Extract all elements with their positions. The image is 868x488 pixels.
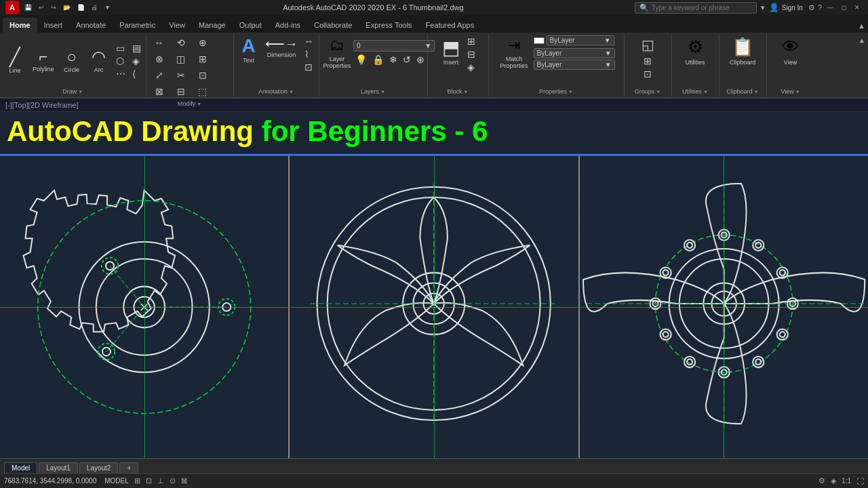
layer-btn-1[interactable]: 💡	[353, 54, 369, 66]
modify-btn-3[interactable]: ⊕	[193, 35, 213, 50]
line-button[interactable]: ╱ Line	[3, 47, 27, 75]
utilities-button[interactable]: ⚙ Utilities	[683, 35, 708, 67]
clipboard-button[interactable]: 📋 Clipboard	[727, 35, 759, 67]
annotation-group-expand[interactable]: ▼	[289, 89, 294, 94]
tab-insert[interactable]: Insert	[37, 18, 70, 33]
tab-parametric[interactable]: Parametric	[113, 18, 162, 33]
tab-manage[interactable]: Manage	[192, 18, 233, 33]
small-draw-3[interactable]: ⋯	[114, 68, 127, 80]
modify-btn-11[interactable]: ⊟	[171, 84, 191, 99]
modify-group-expand[interactable]: ▼	[197, 102, 201, 106]
block-btn-3[interactable]: ◈	[465, 61, 477, 73]
small-draw-4[interactable]: ▤	[130, 42, 143, 54]
quick-save[interactable]: 💾	[23, 4, 33, 11]
block-btn-2[interactable]: ⊟	[465, 48, 477, 60]
ann-btn-1[interactable]: ↔	[302, 35, 316, 47]
status-icon-settings[interactable]: ⚙	[818, 476, 825, 485]
ann-btn-3[interactable]: ⊡	[302, 61, 316, 73]
tab-home[interactable]: Home	[3, 18, 37, 33]
arc-button[interactable]: ◠ Arc	[87, 47, 111, 75]
modify-btn-8[interactable]: ✂	[171, 68, 191, 83]
quick-redo[interactable]: ↪	[50, 4, 58, 11]
layer-btn-2[interactable]: 🔒	[370, 54, 386, 66]
status-icon-osnap[interactable]: ⊠	[181, 476, 187, 485]
quick-new[interactable]: 📄	[76, 4, 86, 11]
group-btn-2[interactable]: ⊞	[642, 55, 654, 67]
tab-model[interactable]: Model	[4, 462, 37, 473]
tab-add-layout[interactable]: +	[119, 462, 138, 473]
small-draw-1[interactable]: ▭	[114, 42, 127, 54]
ribbon-options-icon[interactable]: ▲	[855, 19, 868, 33]
properties-group-expand[interactable]: ▼	[568, 89, 573, 94]
block-group-expand[interactable]: ▼	[464, 89, 469, 94]
circle-button[interactable]: ○ Circle	[60, 47, 84, 75]
utilities-group-expand[interactable]: ▼	[703, 89, 708, 94]
tab-layout1[interactable]: Layout1	[39, 462, 78, 473]
block-btn-1[interactable]: ⊞	[465, 35, 477, 47]
layer-btn-5[interactable]: ⊕	[414, 54, 427, 66]
close-button[interactable]: ✕	[852, 3, 863, 12]
text-button[interactable]: A Text	[237, 35, 261, 65]
tab-annotate[interactable]: Annotate	[69, 18, 113, 33]
tab-addins[interactable]: Add-ins	[269, 18, 307, 33]
search-options-icon[interactable]: ▼	[760, 4, 766, 12]
layer-btn-3[interactable]: ❄	[387, 54, 399, 66]
small-draw-6[interactable]: ⟨	[130, 68, 143, 80]
search-input[interactable]	[652, 4, 747, 12]
status-icon-fullscreen[interactable]: ⛶	[856, 477, 864, 485]
clipboard-group-expand[interactable]: ▼	[754, 89, 759, 94]
quick-print[interactable]: 🖨	[90, 4, 99, 11]
view-group-expand[interactable]: ▼	[795, 89, 800, 94]
modify-btn-12[interactable]: ⬚	[193, 84, 213, 99]
status-icon-workspace[interactable]: ◈	[831, 476, 836, 485]
modify-btn-2[interactable]: ⟲	[171, 35, 191, 50]
quick-open[interactable]: 📂	[62, 4, 72, 11]
sign-in-button[interactable]: Sign In	[782, 4, 803, 12]
tab-output[interactable]: Output	[233, 18, 269, 33]
modify-btn-6[interactable]: ⊞	[193, 52, 213, 66]
dimension-button[interactable]: ⟵→ Dimension	[262, 35, 301, 60]
ann-btn-2[interactable]: ⌇	[302, 48, 316, 60]
help-icon[interactable]: ?	[818, 3, 822, 12]
restore-button[interactable]: ◻	[838, 3, 849, 12]
modify-btn-4[interactable]: ⊗	[149, 52, 170, 66]
view-button[interactable]: 👁 View	[778, 35, 803, 67]
insert-button[interactable]: ⬒ Insert	[438, 35, 464, 67]
group-btn-3[interactable]: ⊡	[642, 68, 654, 80]
status-icon-ortho[interactable]: ⊥	[157, 476, 164, 485]
match-properties-button[interactable]: ⇥ MatchProperties	[498, 35, 531, 70]
search-bar[interactable]: 🔍	[635, 2, 757, 14]
tab-featured[interactable]: Featured Apps	[419, 18, 481, 33]
layer-btn-4[interactable]: ↺	[401, 54, 413, 66]
modify-btn-1[interactable]: ↔	[149, 35, 170, 50]
polyline-button[interactable]: ⌐ Polyline	[30, 48, 57, 74]
minimize-button[interactable]: —	[825, 3, 835, 12]
linetype-dropdown[interactable]: ByLayer ▼	[534, 48, 615, 58]
tab-express[interactable]: Express Tools	[359, 18, 418, 33]
group-btn-1[interactable]: ◱	[639, 35, 657, 54]
quick-undo[interactable]: ↩	[37, 4, 45, 11]
status-icon-snap[interactable]: ⊡	[146, 476, 152, 485]
status-icon-grid[interactable]: ⊞	[134, 476, 140, 485]
small-draw-5[interactable]: ◈	[130, 55, 143, 67]
info-icon[interactable]: ⚙	[808, 3, 815, 12]
small-draw-2[interactable]: ⬡	[114, 55, 127, 67]
layer-properties-button[interactable]: 🗂 LayerProperties	[322, 35, 352, 70]
groups-group-expand[interactable]: ▼	[656, 89, 660, 94]
lineweight-dropdown[interactable]: ByLayer ▼	[534, 60, 615, 70]
modify-btn-7[interactable]: ⤢	[149, 68, 170, 83]
tab-view[interactable]: View	[162, 18, 192, 33]
tab-layout2[interactable]: Layout2	[79, 462, 119, 473]
draw-group-expand[interactable]: ▼	[78, 89, 83, 94]
ribbon-collapse[interactable]: ▲	[856, 34, 868, 47]
status-icon-polar[interactable]: ⊙	[170, 476, 176, 485]
layers-group-expand[interactable]: ▼	[380, 89, 385, 94]
app-logo[interactable]: A	[5, 1, 19, 14]
modify-btn-9[interactable]: ⊡	[193, 68, 213, 83]
tab-collaborate[interactable]: Collaborate	[307, 18, 359, 33]
color-dropdown[interactable]: ByLayer ▼	[547, 35, 614, 45]
modify-btn-10[interactable]: ⊠	[149, 84, 170, 99]
quick-dropdown[interactable]: ▼	[103, 4, 112, 11]
modify-btn-5[interactable]: ◫	[171, 52, 191, 66]
layer-dropdown[interactable]: 0 ▼	[353, 40, 435, 52]
